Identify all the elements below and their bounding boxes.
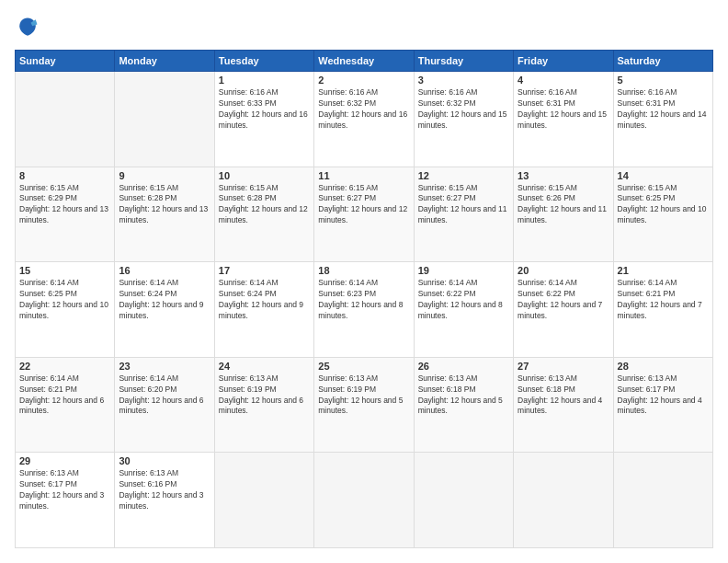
page: SundayMondayTuesdayWednesdayThursdayFrid…	[0, 0, 728, 563]
calendar-day-cell: 20 Sunrise: 6:14 AM Sunset: 6:22 PM Dayl…	[514, 262, 613, 358]
day-number: 28	[618, 361, 709, 372]
calendar-day-cell: 16 Sunrise: 6:14 AM Sunset: 6:24 PM Dayl…	[115, 262, 214, 358]
day-info: Sunrise: 6:16 AM Sunset: 6:31 PM Dayligh…	[618, 87, 709, 132]
calendar-day-cell: 14 Sunrise: 6:15 AM Sunset: 6:25 PM Dayl…	[613, 167, 712, 262]
day-info: Sunrise: 6:14 AM Sunset: 6:20 PM Dayligh…	[119, 373, 210, 418]
day-info: Sunrise: 6:15 AM Sunset: 6:28 PM Dayligh…	[119, 183, 210, 227]
day-number: 24	[219, 361, 310, 372]
day-info: Sunrise: 6:13 AM Sunset: 6:18 PM Dayligh…	[418, 373, 509, 418]
calendar-day-cell: 29 Sunrise: 6:13 AM Sunset: 6:17 PM Dayl…	[16, 453, 115, 548]
day-number: 15	[19, 265, 110, 276]
day-number: 2	[318, 75, 409, 86]
day-number: 16	[119, 265, 210, 276]
day-number: 25	[318, 361, 409, 372]
day-info: Sunrise: 6:15 AM Sunset: 6:27 PM Dayligh…	[318, 183, 409, 227]
calendar-day-cell: 19 Sunrise: 6:14 AM Sunset: 6:22 PM Dayl…	[414, 262, 513, 358]
day-number: 14	[618, 170, 709, 181]
day-number: 30	[119, 455, 210, 466]
day-info: Sunrise: 6:15 AM Sunset: 6:25 PM Dayligh…	[618, 183, 709, 227]
day-info: Sunrise: 6:14 AM Sunset: 6:21 PM Dayligh…	[19, 373, 110, 418]
day-number: 22	[19, 361, 110, 372]
day-number: 29	[19, 455, 110, 466]
day-number: 8	[19, 170, 110, 181]
day-number: 11	[318, 170, 409, 181]
day-info: Sunrise: 6:14 AM Sunset: 6:21 PM Dayligh…	[618, 278, 709, 322]
day-info: Sunrise: 6:16 AM Sunset: 6:33 PM Dayligh…	[219, 87, 310, 132]
day-info: Sunrise: 6:16 AM Sunset: 6:32 PM Dayligh…	[318, 87, 409, 132]
calendar-day-cell: 24 Sunrise: 6:13 AM Sunset: 6:19 PM Dayl…	[214, 357, 313, 453]
calendar-day-cell: 27 Sunrise: 6:13 AM Sunset: 6:18 PM Dayl…	[514, 357, 613, 453]
day-info: Sunrise: 6:13 AM Sunset: 6:17 PM Dayligh…	[618, 373, 709, 418]
calendar-day-cell	[314, 453, 414, 548]
calendar-week-row: 29 Sunrise: 6:13 AM Sunset: 6:17 PM Dayl…	[16, 453, 713, 548]
day-number: 1	[219, 75, 310, 86]
calendar-day-header: Tuesday	[214, 51, 313, 72]
day-info: Sunrise: 6:14 AM Sunset: 6:23 PM Dayligh…	[318, 278, 409, 322]
calendar-day-cell: 10 Sunrise: 6:15 AM Sunset: 6:28 PM Dayl…	[214, 167, 313, 262]
calendar-day-cell	[214, 453, 313, 548]
day-info: Sunrise: 6:13 AM Sunset: 6:19 PM Dayligh…	[219, 373, 310, 418]
day-number: 27	[518, 361, 609, 372]
calendar-day-cell: 22 Sunrise: 6:14 AM Sunset: 6:21 PM Dayl…	[16, 357, 115, 453]
calendar-day-cell: 9 Sunrise: 6:15 AM Sunset: 6:28 PM Dayli…	[115, 167, 214, 262]
day-info: Sunrise: 6:14 AM Sunset: 6:24 PM Dayligh…	[119, 278, 210, 322]
day-info: Sunrise: 6:14 AM Sunset: 6:24 PM Dayligh…	[219, 278, 310, 322]
day-info: Sunrise: 6:14 AM Sunset: 6:22 PM Dayligh…	[418, 278, 509, 322]
calendar-day-cell: 12 Sunrise: 6:15 AM Sunset: 6:27 PM Dayl…	[414, 167, 513, 262]
day-info: Sunrise: 6:16 AM Sunset: 6:31 PM Dayligh…	[518, 87, 609, 132]
calendar-day-cell: 18 Sunrise: 6:14 AM Sunset: 6:23 PM Dayl…	[314, 262, 414, 358]
calendar-day-header: Sunday	[16, 51, 115, 72]
header	[15, 15, 713, 40]
calendar-day-cell: 17 Sunrise: 6:14 AM Sunset: 6:24 PM Dayl…	[214, 262, 313, 358]
calendar-week-row: 8 Sunrise: 6:15 AM Sunset: 6:29 PM Dayli…	[16, 167, 713, 262]
calendar-week-row: 15 Sunrise: 6:14 AM Sunset: 6:25 PM Dayl…	[16, 262, 713, 358]
day-number: 21	[618, 265, 709, 276]
calendar-day-header: Monday	[115, 51, 214, 72]
day-number: 17	[219, 265, 310, 276]
calendar-day-cell: 5 Sunrise: 6:16 AM Sunset: 6:31 PM Dayli…	[613, 72, 712, 167]
calendar-table: SundayMondayTuesdayWednesdayThursdayFrid…	[15, 50, 713, 548]
day-number: 26	[418, 361, 509, 372]
day-number: 5	[618, 75, 709, 86]
day-info: Sunrise: 6:15 AM Sunset: 6:28 PM Dayligh…	[219, 183, 310, 227]
calendar-day-cell: 26 Sunrise: 6:13 AM Sunset: 6:18 PM Dayl…	[414, 357, 513, 453]
day-number: 4	[518, 75, 609, 86]
day-number: 19	[418, 265, 509, 276]
day-info: Sunrise: 6:14 AM Sunset: 6:22 PM Dayligh…	[518, 278, 609, 322]
day-info: Sunrise: 6:15 AM Sunset: 6:26 PM Dayligh…	[518, 183, 609, 227]
calendar-week-row: 22 Sunrise: 6:14 AM Sunset: 6:21 PM Dayl…	[16, 357, 713, 453]
day-info: Sunrise: 6:13 AM Sunset: 6:18 PM Dayligh…	[518, 373, 609, 418]
day-info: Sunrise: 6:13 AM Sunset: 6:19 PM Dayligh…	[318, 373, 409, 418]
day-number: 18	[318, 265, 409, 276]
logo-icon	[15, 15, 40, 40]
day-info: Sunrise: 6:15 AM Sunset: 6:27 PM Dayligh…	[418, 183, 509, 227]
day-number: 13	[518, 170, 609, 181]
day-info: Sunrise: 6:15 AM Sunset: 6:29 PM Dayligh…	[19, 183, 110, 227]
calendar-day-cell: 4 Sunrise: 6:16 AM Sunset: 6:31 PM Dayli…	[514, 72, 613, 167]
calendar-day-cell	[16, 72, 115, 167]
day-info: Sunrise: 6:16 AM Sunset: 6:32 PM Dayligh…	[418, 87, 509, 132]
day-number: 20	[518, 265, 609, 276]
calendar-day-header: Friday	[514, 51, 613, 72]
calendar-day-header: Wednesday	[314, 51, 414, 72]
calendar-day-cell	[414, 453, 513, 548]
calendar-day-cell: 2 Sunrise: 6:16 AM Sunset: 6:32 PM Dayli…	[314, 72, 414, 167]
day-info: Sunrise: 6:13 AM Sunset: 6:16 PM Dayligh…	[119, 468, 210, 512]
calendar-day-cell	[514, 453, 613, 548]
calendar-day-cell	[115, 72, 214, 167]
logo	[15, 15, 44, 40]
day-number: 23	[119, 361, 210, 372]
calendar-day-header: Saturday	[613, 51, 712, 72]
calendar-day-cell: 8 Sunrise: 6:15 AM Sunset: 6:29 PM Dayli…	[16, 167, 115, 262]
day-number: 10	[219, 170, 310, 181]
day-info: Sunrise: 6:13 AM Sunset: 6:17 PM Dayligh…	[19, 468, 110, 512]
day-number: 3	[418, 75, 509, 86]
calendar-day-cell: 25 Sunrise: 6:13 AM Sunset: 6:19 PM Dayl…	[314, 357, 414, 453]
calendar-day-cell: 13 Sunrise: 6:15 AM Sunset: 6:26 PM Dayl…	[514, 167, 613, 262]
calendar-day-cell	[613, 453, 712, 548]
calendar-day-cell: 28 Sunrise: 6:13 AM Sunset: 6:17 PM Dayl…	[613, 357, 712, 453]
calendar-day-header: Thursday	[414, 51, 513, 72]
day-info: Sunrise: 6:14 AM Sunset: 6:25 PM Dayligh…	[19, 278, 110, 322]
day-number: 9	[119, 170, 210, 181]
calendar-day-cell: 3 Sunrise: 6:16 AM Sunset: 6:32 PM Dayli…	[414, 72, 513, 167]
